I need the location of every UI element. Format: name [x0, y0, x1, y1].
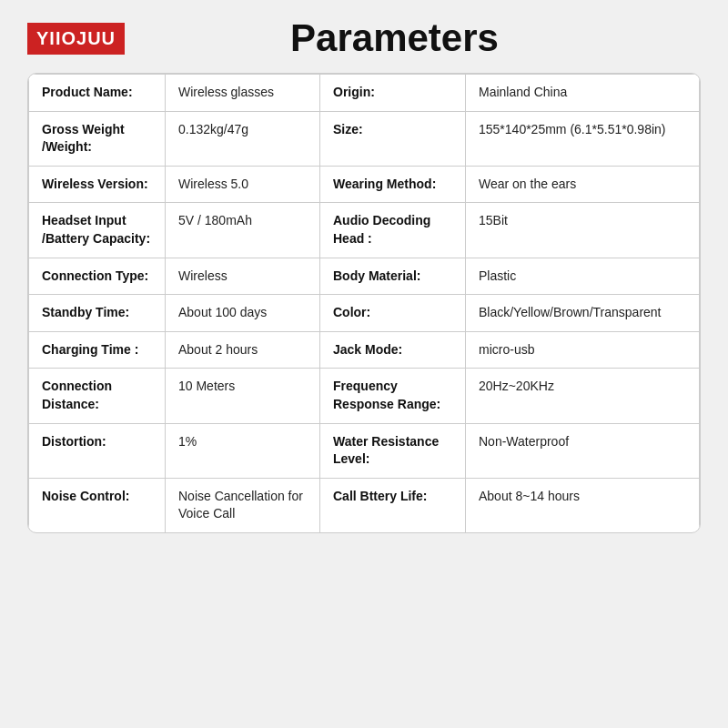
value2-row0: Mainland China — [466, 75, 700, 112]
label1-row0: Product Name: — [29, 75, 166, 112]
logo: YIIOJUU — [27, 23, 125, 55]
value1-row5: About 100 days — [166, 295, 320, 332]
table-row: Noise Control:Noise Cancellation for Voi… — [29, 478, 700, 532]
table-row: Gross Weight /Weight:0.132kg/47gSize:155… — [29, 111, 700, 166]
label2-row8: Water Resistance Level: — [320, 423, 466, 478]
table-row: Charging Time :About 2 hoursJack Mode:mi… — [29, 331, 700, 369]
label1-row5: Standby Time: — [29, 295, 166, 332]
table-row: Connection Distance:10 MetersFrequency R… — [29, 369, 700, 423]
label1-row1: Gross Weight /Weight: — [29, 111, 166, 166]
label2-row1: Size: — [320, 111, 466, 166]
label2-row9: Call Bttery Life: — [320, 478, 466, 532]
value2-row3: 15Bit — [466, 203, 700, 258]
label2-row7: Frequency Response Range: — [320, 369, 466, 423]
value2-row6: micro-usb — [466, 331, 700, 369]
table-row: Standby Time:About 100 daysColor:Black/Y… — [29, 295, 700, 332]
table-row: Wireless Version:Wireless 5.0Wearing Met… — [29, 166, 700, 203]
label2-row4: Body Material: — [320, 258, 466, 295]
value1-row4: Wireless — [166, 258, 320, 295]
label1-row3: Headset Input /Battery Capacity: — [29, 203, 166, 258]
params-table-container: Product Name:Wireless glassesOrigin:Main… — [27, 73, 701, 533]
value1-row7: 10 Meters — [166, 369, 320, 423]
header: YIIOJUU Parameters — [27, 16, 701, 60]
table-row: Product Name:Wireless glassesOrigin:Main… — [29, 75, 700, 112]
table-row: Distortion:1%Water Resistance Level:Non-… — [29, 423, 700, 478]
value1-row2: Wireless 5.0 — [166, 166, 320, 203]
value2-row1: 155*140*25mm (6.1*5.51*0.98in) — [466, 111, 700, 166]
params-table: Product Name:Wireless glassesOrigin:Main… — [28, 74, 700, 532]
value2-row7: 20Hz~20KHz — [466, 369, 700, 423]
value1-row9: Noise Cancellation for Voice Call — [166, 478, 320, 532]
value2-row4: Plastic — [466, 258, 700, 295]
value1-row1: 0.132kg/47g — [166, 111, 320, 166]
value2-row2: Wear on the ears — [466, 166, 700, 203]
value2-row5: Black/Yellow/Brown/Transparent — [466, 295, 700, 332]
value1-row8: 1% — [166, 423, 320, 478]
value1-row3: 5V / 180mAh — [166, 203, 320, 258]
value2-row8: Non-Waterproof — [466, 423, 700, 478]
label2-row6: Jack Mode: — [320, 331, 466, 369]
label1-row6: Charging Time : — [29, 331, 166, 369]
label1-row2: Wireless Version: — [29, 166, 166, 203]
value1-row6: About 2 hours — [166, 331, 320, 369]
label1-row8: Distortion: — [29, 423, 166, 478]
label2-row5: Color: — [320, 295, 466, 332]
page-title: Parameters — [143, 16, 646, 60]
label2-row0: Origin: — [320, 75, 466, 112]
label2-row2: Wearing Method: — [320, 166, 466, 203]
value1-row0: Wireless glasses — [166, 75, 320, 112]
table-row: Connection Type:WirelessBody Material:Pl… — [29, 258, 700, 295]
table-row: Headset Input /Battery Capacity:5V / 180… — [29, 203, 700, 258]
label2-row3: Audio Decoding Head : — [320, 203, 466, 258]
label1-row4: Connection Type: — [29, 258, 166, 295]
value2-row9: About 8~14 hours — [466, 478, 700, 532]
label1-row7: Connection Distance: — [29, 369, 166, 423]
page: YIIOJUU Parameters Product Name:Wireless… — [0, 0, 728, 728]
label1-row9: Noise Control: — [29, 478, 166, 532]
